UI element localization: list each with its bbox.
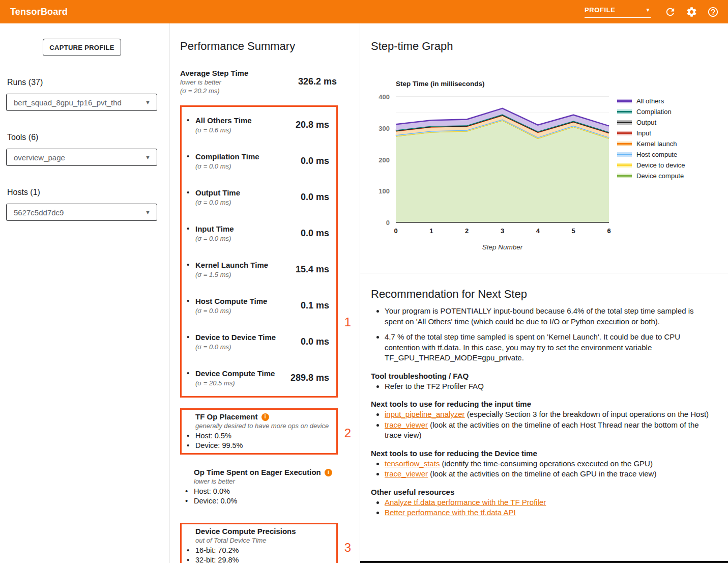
metric-label: Device Compute Time — [195, 369, 275, 378]
metric-label-line: •Host Compute Time — [187, 296, 267, 306]
settings-icon[interactable] — [686, 6, 697, 18]
performance-summary-panel: Performance Summary Average Step Time lo… — [169, 23, 360, 563]
metric-labels: •Output Time(σ = 0.0 ms) — [187, 188, 240, 207]
info-icon[interactable]: i — [261, 413, 269, 421]
metric-label-line: •Output Time — [187, 188, 240, 198]
tool-link[interactable]: trace_viewer — [385, 420, 428, 429]
x-tick-label: 6 — [607, 227, 610, 235]
runs-select[interactable]: bert_squad_8gpu_fp16_pvt_thd ▼ — [6, 94, 157, 111]
list-item: •Device: 99.5% — [187, 441, 331, 451]
section-label: Op Time Spent on Eager Executioni — [185, 468, 333, 477]
metric-labels: •Host Compute Time(σ = 0.0 ms) — [187, 296, 267, 315]
hosts-label: Hosts (1) — [7, 188, 40, 197]
hosts-select[interactable]: 5627c5dd7dc9 ▼ — [6, 204, 157, 221]
list-item-text: Host: 0.5% — [195, 431, 231, 441]
tool-link[interactable]: trace_viewer — [385, 469, 428, 478]
group-item: trace_viewer (look at the activities on … — [385, 420, 713, 441]
metric-labels: •All Others Time(σ = 0.6 ms) — [187, 116, 252, 134]
legend-label: All others — [636, 97, 664, 105]
y-tick-label: 400 — [378, 93, 390, 101]
legend-swatch — [617, 99, 632, 103]
runs-select-value: bert_squad_8gpu_fp16_pvt_thd — [14, 98, 122, 107]
tool-link[interactable]: input_pipeline_analyzer — [385, 410, 465, 418]
section-bullets: •Host: 0.0%•Device: 0.0% — [185, 487, 333, 505]
metric-value: 0.0 ms — [301, 336, 331, 347]
metric-value: 0.0 ms — [301, 156, 331, 166]
legend-line — [617, 100, 632, 102]
chevron-down-icon: ▼ — [145, 209, 151, 215]
dashboard-selector[interactable]: PROFILE ▼ — [585, 6, 651, 18]
group-heading: Tool troubleshooting / FAQ — [371, 372, 713, 380]
tool-link[interactable]: tensorflow_stats — [385, 459, 440, 468]
metric-labels: •Kernel Launch Time(σ = 1.5 ms) — [187, 260, 268, 279]
help-icon[interactable] — [707, 6, 719, 18]
metric-value: 0.1 ms — [301, 300, 331, 311]
recommendation-group-next-tools-to-use-for-reducing-the-device-time: Next tools to use for reducing the Devic… — [371, 449, 713, 480]
bullet-icon: • — [187, 224, 195, 234]
list-item: •Host: 0.0% — [185, 487, 333, 496]
metric-value: 15.4 ms — [296, 264, 331, 275]
group-items: input_pipeline_analyzer (especially Sect… — [371, 409, 713, 441]
legend-item-all-others: All others — [617, 96, 685, 106]
chevron-down-icon: ▼ — [646, 7, 651, 13]
metric-row-device-to-device-time: •Device to Device Time(σ = 0.0 ms)0.0 ms — [182, 324, 336, 360]
x-tick-label: 5 — [572, 227, 575, 235]
x-tick-label: 1 — [429, 227, 433, 235]
list-item: •Host: 0.5% — [187, 431, 331, 441]
metric-sigma: (σ = 0.0 ms) — [195, 234, 234, 243]
bullet-icon: • — [187, 369, 195, 378]
group-items: Analyze tf.data performance with the TF … — [371, 497, 713, 518]
chart-axis-title: Step Time (in milliseconds) — [396, 80, 485, 88]
bullet-icon: • — [187, 152, 195, 161]
legend-line — [617, 175, 632, 177]
bullet-icon: • — [187, 188, 195, 198]
metric-sigma: (σ = 0.0 ms) — [195, 198, 240, 207]
legend-swatch — [617, 163, 632, 167]
bullet-icon: • — [185, 496, 194, 506]
tools-select-value: overview_page — [14, 153, 65, 162]
metric-label-line: •Device to Device Time — [187, 332, 276, 342]
metric-labels: •Device Compute Time(σ = 20.5 ms) — [187, 369, 275, 387]
list-item: •32-bit: 29.8% — [187, 555, 331, 563]
metric-rows: •All Others Time(σ = 0.6 ms)20.8 ms•Comp… — [182, 107, 336, 396]
capture-profile-button[interactable]: CAPTURE PROFILE — [43, 39, 121, 56]
group-item: input_pipeline_analyzer (especially Sect… — [385, 409, 713, 420]
group-heading: Other useful resources — [371, 488, 713, 496]
tools-select[interactable]: overview_page ▼ — [6, 149, 157, 166]
info-icon[interactable]: i — [325, 469, 332, 476]
group-heading: Next tools to use for reducing the Devic… — [371, 449, 713, 458]
section-bullets: •16-bit: 70.2%•32-bit: 29.8% — [187, 546, 331, 563]
metric-labels: •Device to Device Time(σ = 0.0 ms) — [187, 332, 276, 351]
recommendation-group-other-useful-resources: Other useful resourcesAnalyze tf.data pe… — [371, 488, 713, 518]
legend-item-host-compute: Host compute — [617, 149, 685, 160]
annotation-number: 3 — [344, 541, 351, 555]
section-subtitle: lower is better — [185, 477, 333, 486]
tool-link[interactable]: Better performance with the tf.data API — [385, 508, 516, 517]
metric-label-line: •All Others Time — [187, 116, 252, 125]
app-header: TensorBoard PROFILE ▼ — [0, 0, 728, 23]
bullet-icon: • — [187, 555, 195, 563]
section-label: Device Compute Precisions — [187, 527, 331, 536]
refresh-icon[interactable] — [664, 6, 676, 18]
metric-value: 20.8 ms — [296, 120, 331, 130]
hosts-select-value: 5627c5dd7dc9 — [14, 208, 64, 217]
metric-labels: •Compilation Time(σ = 0.0 ms) — [187, 152, 259, 171]
bullet-icon: • — [187, 332, 195, 342]
legend-swatch — [617, 109, 632, 114]
area-device-compute — [396, 120, 609, 222]
group-item-text: (identify the time-consuming operations … — [440, 459, 653, 468]
tools-label: Tools (6) — [7, 133, 38, 142]
metric-note: lower is better — [180, 78, 248, 87]
bullet-icon: • — [187, 546, 195, 555]
dashboard-selector-value: PROFILE — [585, 6, 616, 14]
recommendation-groups: Tool troubleshooting / FAQRefer to the T… — [371, 372, 713, 518]
legend-item-device-compute: Device compute — [617, 171, 685, 181]
sidebar: CAPTURE PROFILE Runs (37) bert_squad_8gp… — [0, 23, 169, 563]
tool-link[interactable]: Analyze tf.data performance with the TF … — [385, 498, 546, 506]
legend-line — [617, 111, 632, 112]
x-axis-title: Step Number — [482, 243, 523, 251]
step-time-graph-section: 01002003004000123456Step Time (in millis… — [360, 23, 728, 273]
list-item-text: Host: 0.0% — [194, 487, 230, 496]
legend-swatch — [617, 120, 632, 125]
header-controls: PROFILE ▼ — [585, 6, 719, 18]
